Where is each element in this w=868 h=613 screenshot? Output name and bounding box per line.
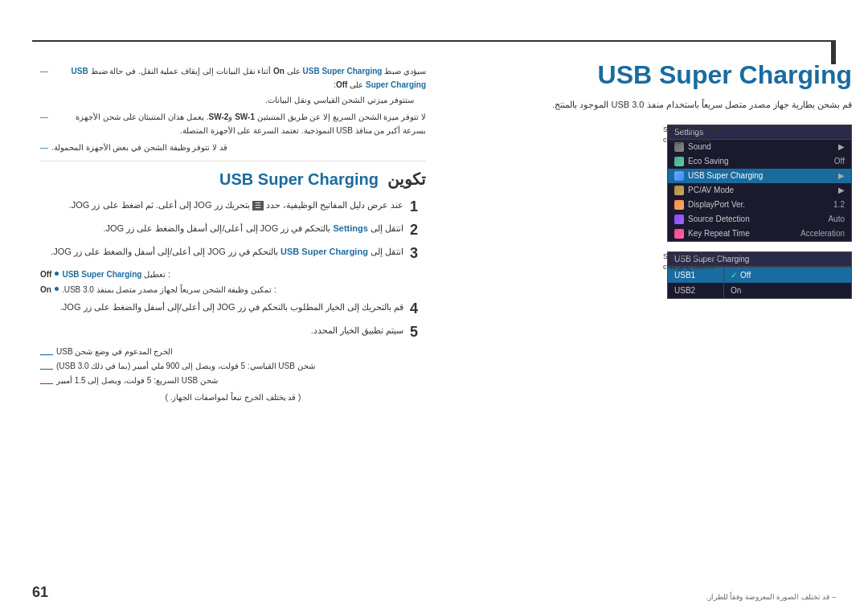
pcav-arrow: ▶ bbox=[838, 186, 845, 194]
option-on-label: On bbox=[731, 286, 741, 295]
bottom-note: – قد تختلف الصورة المعروضة وفقاً للطراز. bbox=[706, 593, 836, 601]
on-label: On bbox=[40, 284, 51, 296]
osd-row-pcav[interactable]: PC/AV Mode ▶ bbox=[668, 183, 851, 198]
dash-output-3: — bbox=[40, 376, 53, 390]
osd-row-source[interactable]: Source Detection Auto bbox=[668, 212, 851, 227]
display-label: DisplayPort Ver. bbox=[688, 200, 745, 209]
usb-label: USB Super Charging bbox=[688, 171, 763, 180]
warning-line-1: سيؤدي ضبط USB Super Charging على On أثنا… bbox=[40, 64, 426, 92]
key-value: Acceleration bbox=[800, 229, 845, 238]
output-note-text-1: الخرج المدعوم في وضع شحن USB bbox=[56, 347, 173, 362]
step-text-1: عند عرض دليل المفاتيح الوظيفية، حدد ☰ بت… bbox=[69, 198, 403, 213]
osd-row-eco[interactable]: Eco Saving Off bbox=[668, 154, 851, 169]
step-text-3: انتقل إلى USB Super Charging بالتحكم في … bbox=[51, 245, 403, 260]
osd-wrapper-1: Settings Sound ▶ Eco Saving Off bbox=[466, 125, 852, 242]
intro-text: قم بشحن بطارية جهاز مصدر متصل سريعاً باس… bbox=[466, 98, 852, 112]
display-icon bbox=[674, 200, 684, 210]
page-number: 61 bbox=[32, 584, 48, 601]
source-icon bbox=[674, 215, 684, 224]
osd-note-2: Set the USB Port1 charging On/Off. bbox=[663, 251, 751, 273]
warning-line-2: لا تتوفر ميزة الشحن السريع إلا عن طريق ا… bbox=[40, 110, 426, 137]
step-2: 2 انتقل إلى Settings بالتحكم في زر JOG إ… bbox=[40, 222, 426, 239]
step-text-2: انتقل إلى Settings بالتحكم في زر JOG إلى… bbox=[103, 222, 403, 236]
step-number-3: 3 bbox=[410, 245, 426, 262]
step-text-4: قم بالتحريك إلى الخيار المطلوب بالتحكم ف… bbox=[60, 300, 403, 315]
output-note-2: شحن USB القياسي: 5 فولت، ويصل إلى 900 مل… bbox=[40, 362, 418, 376]
eco-value: Off bbox=[834, 157, 845, 166]
step-3: 3 انتقل إلى USB Super Charging بالتحكم ف… bbox=[40, 245, 426, 262]
eco-icon bbox=[674, 157, 684, 166]
english-section-label: USB Super Charging bbox=[219, 170, 379, 188]
output-note-1: الخرج المدعوم في وضع شحن USB — bbox=[40, 347, 426, 362]
osd-row-label-key: Key Repeat Time bbox=[674, 229, 750, 239]
source-value: Auto bbox=[828, 215, 845, 223]
osd-row-label-pcav: PC/AV Mode bbox=[674, 186, 734, 195]
warning-text-1: سيؤدي ضبط USB Super Charging على On أثنا… bbox=[51, 64, 426, 92]
osd-row-label-display: DisplayPort Ver. bbox=[674, 200, 745, 210]
usb-icon bbox=[674, 171, 684, 181]
source-label: Source Detection bbox=[688, 215, 750, 223]
bottom-note-text: قد تختلف الصورة المعروضة وفقاً للطراز. bbox=[706, 593, 829, 601]
step-number-1: 1 bbox=[410, 198, 426, 215]
dash-output-2: — bbox=[40, 362, 53, 376]
dash-icon-1: — bbox=[40, 64, 48, 92]
warning-sub-1: ستتوفر ميزتي الشحن القياسي ونقل البيانات… bbox=[40, 93, 414, 107]
step-number-2: 2 bbox=[410, 222, 426, 239]
left-panel: سيؤدي ضبط USB Super Charging على On أثنا… bbox=[0, 48, 450, 581]
bullet-on-text: : تمكين وظيفة الشحن سريعاً لجهاز مصدر مت… bbox=[62, 284, 276, 296]
step-5: 5 سيتم تطبيق الخيار المحدد. bbox=[40, 324, 426, 341]
step-1: 1 عند عرض دليل المفاتيح الوظيفية، حدد ☰ … bbox=[40, 198, 426, 215]
warning-text-2: لا تتوفر ميزة الشحن السريع إلا عن طريق ا… bbox=[51, 110, 426, 137]
bullet-off: : تعطيل USB Super Charging Off bbox=[40, 268, 418, 280]
bullet-dot-on bbox=[55, 287, 59, 291]
osd-row-label-source: Source Detection bbox=[674, 215, 750, 224]
step-number-5: 5 bbox=[410, 324, 426, 341]
step-4: 4 قم بالتحريك إلى الخيار المطلوب بالتحكم… bbox=[40, 300, 426, 317]
bullet-on: : تمكين وظيفة الشحن سريعاً لجهاز مصدر مت… bbox=[40, 284, 418, 296]
bullet-dot-off bbox=[55, 272, 59, 276]
step-text-5: سيتم تطبيق الخيار المحدد. bbox=[311, 324, 403, 338]
output-note-4: ( قد يختلف الخرج تبعاً لمواصفات الجهاز. … bbox=[40, 393, 426, 402]
page-title: USB Super Charging bbox=[466, 60, 852, 90]
top-border bbox=[32, 40, 836, 42]
eco-label: Eco Saving bbox=[688, 157, 729, 166]
arabic-section-label: تكوين bbox=[387, 170, 426, 188]
output-notes: الخرج المدعوم في وضع شحن USB — شحن USB ا… bbox=[40, 347, 426, 402]
option-on[interactable]: On bbox=[724, 283, 851, 298]
warning-line-3: قد لا تتوفر وظيفة الشحن في بعض الأجهزة ا… bbox=[40, 141, 426, 154]
usb-arrow: ▶ bbox=[838, 171, 845, 180]
output-note-text-3: شحن USB السريع: 5 فولت، ويصل إلى 1.5 أمب… bbox=[56, 376, 218, 390]
pcav-icon bbox=[674, 186, 684, 195]
display-value: 1.2 bbox=[833, 200, 845, 209]
dash-icon-2: — bbox=[40, 110, 48, 137]
steps-list: 1 عند عرض دليل المفاتيح الوظيفية، حدد ☰ … bbox=[40, 198, 426, 262]
key-icon bbox=[674, 229, 684, 239]
osd-wrapper-2: USB Super Charging USB1 USB2 ✓ Off bbox=[466, 251, 852, 299]
step-number-4: 4 bbox=[410, 300, 426, 317]
warning-text-area: سيؤدي ضبط USB Super Charging على On أثنا… bbox=[40, 64, 426, 161]
right-panel: USB Super Charging قم بشحن بطارية جهاز م… bbox=[450, 48, 868, 581]
section-title: تكوين USB Super Charging bbox=[40, 170, 426, 189]
osd-row-key[interactable]: Key Repeat Time Acceleration bbox=[668, 227, 851, 241]
osd-row-display[interactable]: DisplayPort Ver. 1.2 bbox=[668, 198, 851, 212]
usb2-item[interactable]: USB2 bbox=[668, 283, 723, 298]
dash-icon-3: — bbox=[40, 141, 48, 154]
off-label: Off bbox=[40, 268, 51, 280]
pcav-label: PC/AV Mode bbox=[688, 186, 734, 194]
dash-output-1: — bbox=[40, 347, 53, 362]
osd-row-usb[interactable]: USB Super Charging ▶ bbox=[668, 169, 851, 183]
output-note-3: شحن USB السريع: 5 فولت، ويصل إلى 1.5 أمب… bbox=[40, 376, 418, 390]
main-content: سيؤدي ضبط USB Super Charging على On أثنا… bbox=[0, 48, 868, 581]
osd-row-label-eco: Eco Saving bbox=[674, 157, 729, 166]
bullet-off-text: : تعطيل USB Super Charging bbox=[62, 268, 170, 280]
key-label: Key Repeat Time bbox=[688, 229, 750, 238]
bullets-off-on: : تعطيل USB Super Charging Off : تمكين و… bbox=[40, 268, 426, 296]
osd-row-label-usb: USB Super Charging bbox=[674, 171, 763, 181]
osd-note-1: Set the USB Super charging mode. bbox=[663, 125, 751, 146]
steps-list-cont: 4 قم بالتحريك إلى الخيار المطلوب بالتحكم… bbox=[40, 300, 426, 341]
bottom-note-dash: – bbox=[829, 593, 836, 601]
warning-text-3: قد لا تتوفر وظيفة الشحن في بعض الأجهزة ا… bbox=[51, 141, 227, 154]
output-note-text-2: شحن USB القياسي: 5 فولت، ويصل إلى 900 مل… bbox=[56, 362, 315, 376]
sound-arrow: ▶ bbox=[838, 142, 845, 151]
